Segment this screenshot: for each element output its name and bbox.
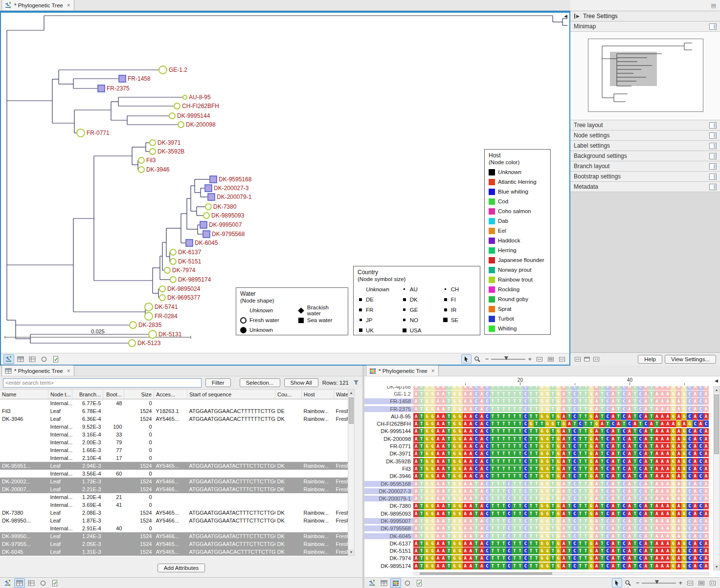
tree-leaf-label[interactable]: DK-2835 xyxy=(138,322,162,328)
tree-leaf-label[interactable]: DK-3971 xyxy=(158,139,181,146)
panel-icon[interactable] xyxy=(709,122,717,129)
tree-leaf-label[interactable]: DK-9895174 xyxy=(178,276,211,283)
table-row[interactable]: Internal...2.00E-3790 xyxy=(0,438,348,446)
tree-node[interactable] xyxy=(208,194,215,200)
tab-phylogenetic-tree[interactable]: * Phylogenetic Tree × xyxy=(1,0,74,10)
table-row[interactable]: DK-99950...Leaf1.24E-31524AY5466...ATGGA… xyxy=(0,532,348,540)
tree-leaf-label[interactable]: DK-3592B xyxy=(158,148,184,155)
tree-leaf-label[interactable]: DK-9795568 xyxy=(212,231,245,238)
alignment-row[interactable]: DK-3592BATGGAATGGAACACTTTTTTCTTGGTGATCTT… xyxy=(364,457,713,465)
alignment-row[interactable]: DK-7974ATGGAATGGAATACTTTCTTCTTGGTGATCTTG… xyxy=(364,555,713,562)
tree-leaf-label[interactable]: GE-1.2 xyxy=(169,66,187,73)
scroll-down-icon[interactable]: ▼ xyxy=(714,564,720,570)
tree-leaf-label[interactable]: AU-8-95 xyxy=(189,94,211,101)
alignment-row[interactable]: DK-9895174ATGGAATGGAATACTTTCTTCTTGGTGATC… xyxy=(364,562,713,569)
table-row[interactable]: DK-3946Leaf6.36E-41524AY5465...ATGGAATGG… xyxy=(0,415,348,423)
table-row[interactable]: DK-97955...Leaf2.05E-31524AY5465...ATGGA… xyxy=(0,540,348,548)
settings-section-background-settings[interactable]: Background settings xyxy=(570,151,720,161)
grid-view-icon[interactable] xyxy=(27,354,38,364)
zoom-in-icon[interactable]: + xyxy=(526,355,533,363)
panel-icon[interactable] xyxy=(709,174,717,180)
tree-view-icon[interactable] xyxy=(3,354,14,364)
column-header[interactable]: Host xyxy=(302,390,334,399)
tree-leaf-label[interactable]: DK-5741 xyxy=(155,304,178,310)
tree-node[interactable] xyxy=(205,204,211,210)
tree-leaf-label[interactable]: DK-5131 xyxy=(158,331,182,338)
scroll-up-icon[interactable]: ▲ xyxy=(714,387,720,393)
table-row[interactable]: Internal...9.52E-31000 xyxy=(0,423,348,431)
fit-view-icon[interactable] xyxy=(685,578,695,588)
tree-node[interactable] xyxy=(129,340,135,347)
tree-node[interactable] xyxy=(210,176,217,183)
tree-node[interactable] xyxy=(170,259,176,264)
zoom-slider[interactable] xyxy=(642,579,676,587)
panel-icon[interactable] xyxy=(709,184,717,190)
settings-section-bootstrap-settings[interactable]: Bootstrap settings xyxy=(570,172,720,182)
circle-view-icon[interactable] xyxy=(402,578,413,588)
panel-icon[interactable] xyxy=(709,132,717,139)
add-attributes-button[interactable]: Add Attributes xyxy=(158,564,205,572)
tree-view-icon[interactable] xyxy=(2,578,13,588)
tree-leaf-label[interactable]: DK-7380 xyxy=(213,203,237,210)
tree-node[interactable] xyxy=(159,66,167,74)
tree-leaf-label[interactable]: DK-9595168 xyxy=(219,176,252,183)
column-header[interactable]: Start of sequence xyxy=(187,390,275,399)
column-header[interactable]: Size xyxy=(124,390,154,399)
tree-canvas[interactable]: 0.025GE-1.2FR-1458FR-2375AU-8-95CH-FI262… xyxy=(1,13,569,353)
tree-leaf-label[interactable]: DK-9895024 xyxy=(167,285,201,292)
tab-phylogenetic-tree-alignment[interactable]: * Phylogenetic Tree × xyxy=(366,365,439,376)
column-header[interactable]: Node t... xyxy=(48,390,72,399)
workspace-icon[interactable]: ▤ xyxy=(711,2,716,9)
zoom-100-icon[interactable] xyxy=(707,578,718,588)
alignment-row[interactable]: DK-7380ATGGAATGGAATACTTTCTTCTTGGTGATCTTG… xyxy=(364,502,713,510)
table-row[interactable]: DK-7380Leaf2.08E-31524AY5465...ATGGAATGG… xyxy=(0,509,348,517)
tree-node[interactable] xyxy=(183,95,187,99)
tree-leaf-label[interactable]: FR-1458 xyxy=(128,75,151,82)
view-settings-button[interactable]: View Settings... xyxy=(665,355,716,364)
tree-node[interactable] xyxy=(159,286,165,292)
tree-node[interactable] xyxy=(178,122,184,128)
tree-leaf-label[interactable]: DK-9995144 xyxy=(177,112,210,119)
alignment-row[interactable]: GE-1.2ATGGAATGGAACACTTTTTTCTTGGTGATCTTGA… xyxy=(364,390,713,397)
tree-node[interactable] xyxy=(138,167,144,173)
tree-node[interactable] xyxy=(159,295,165,301)
panel-icon[interactable] xyxy=(709,23,717,30)
table-row[interactable]: Internal...2.10E-4170 xyxy=(0,454,348,462)
filter-button[interactable]: Filter xyxy=(205,378,231,387)
minimap[interactable] xyxy=(588,39,703,112)
tab-phylogenetic-tree-table[interactable]: * Phylogenetic Tree × xyxy=(1,365,74,376)
tree-view-icon[interactable] xyxy=(367,578,378,588)
zoom-100-icon[interactable] xyxy=(557,354,567,364)
tree-leaf-label[interactable]: DK-9695377 xyxy=(167,294,201,301)
tree-node[interactable] xyxy=(174,103,180,109)
tree-node[interactable] xyxy=(150,149,156,154)
tree-node[interactable] xyxy=(77,129,85,137)
table-row[interactable]: DK-20007...Leaf2.21E-31524AY5466...ATGGA… xyxy=(0,485,348,493)
align-view-icon[interactable] xyxy=(390,578,401,588)
alignment-row[interactable]: FR-0771ATGGAATGGAACACTTTTTTCTTGGTGATCTTG… xyxy=(364,442,713,450)
tree-node[interactable] xyxy=(119,75,126,82)
alignment-row[interactable]: DK-3971ATGGAATGGAACACTTTTTTCTTGGTGATCTTG… xyxy=(364,450,713,457)
column-header[interactable]: Branch... xyxy=(72,390,103,399)
tree-node[interactable] xyxy=(149,330,157,338)
alignment-vertical-scrollbar[interactable]: ▲ ▼ xyxy=(713,386,720,570)
tree-node[interactable] xyxy=(98,85,105,92)
circle-view-icon[interactable] xyxy=(38,578,48,588)
scroll-down-icon[interactable]: ▼ xyxy=(348,549,354,555)
zoom-in-icon[interactable]: + xyxy=(677,579,684,587)
form-view-icon[interactable] xyxy=(50,354,61,364)
column-header[interactable]: Cou... xyxy=(275,390,302,399)
tree-leaf-label[interactable]: FR-0284 xyxy=(155,313,178,320)
table-vertical-scrollbar[interactable]: ▲ ▼ xyxy=(348,389,355,556)
panel-icon[interactable] xyxy=(709,163,717,170)
tree-leaf-label[interactable]: DK-200098 xyxy=(186,121,216,128)
zoom-selection-icon[interactable] xyxy=(545,354,556,364)
tree-leaf-label[interactable]: CH-FI262BFH xyxy=(182,103,219,109)
sidebar-header[interactable]: ▶ Tree Settings xyxy=(570,11,720,22)
zoom-tool-icon[interactable] xyxy=(472,354,483,364)
table-row[interactable]: Internal...3.69E-4410 xyxy=(0,501,348,509)
tree-leaf-label[interactable]: DK-5123 xyxy=(137,340,161,347)
tree-leaf-label[interactable]: DK-6137 xyxy=(178,249,202,256)
scrollbar-thumb[interactable] xyxy=(420,572,552,575)
tree-node[interactable] xyxy=(186,240,193,246)
